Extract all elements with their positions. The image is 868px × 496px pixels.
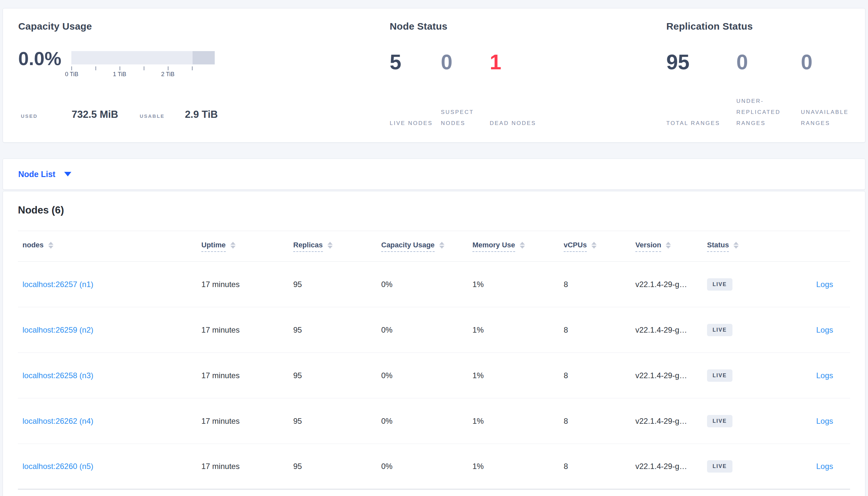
- logs-link[interactable]: Logs: [805, 371, 833, 380]
- uptime-cell: 17 minutes: [201, 462, 293, 471]
- nodes-section-title: Nodes (6): [18, 204, 850, 216]
- column-header-label: Memory Use: [473, 241, 515, 252]
- capacity-usage-section: Capacity Usage 0.0% 0 TiB 1 TiB: [18, 9, 218, 120]
- version-cell: v22.1.4-29-g…: [635, 417, 707, 426]
- capacity-usage-cell: 0%: [381, 371, 473, 380]
- tick-label-1: 1 TiB: [105, 71, 134, 78]
- column-header-nodes[interactable]: nodes: [18, 241, 201, 252]
- replicas-cell: 95: [293, 280, 381, 289]
- logs-link[interactable]: Logs: [805, 325, 833, 335]
- capacity-usage-cell: 0%: [381, 280, 473, 289]
- sort-icon[interactable]: [666, 242, 671, 249]
- memory-use-cell: 1%: [473, 325, 564, 335]
- table-row: localhost:26260 (n5)17 minutes950%1%8v22…: [18, 444, 850, 490]
- nodes-table-card: Nodes (6) nodesUptimeReplicasCapacity Us…: [3, 191, 865, 496]
- sort-icon[interactable]: [327, 242, 333, 249]
- stat-column: 0UNAVAILABLE RANGES: [801, 51, 861, 129]
- memory-use-cell: 1%: [473, 462, 564, 471]
- logs-cell: Logs: [805, 371, 850, 380]
- memory-use-cell: 1%: [473, 280, 564, 289]
- column-header-label: nodes: [23, 241, 44, 252]
- usable-value: 2.9 TiB: [185, 109, 218, 120]
- version-cell: v22.1.4-29-g…: [635, 462, 707, 471]
- column-header-capacity-usage[interactable]: Capacity Usage: [381, 241, 473, 252]
- stat-column: 5LIVE NODES: [390, 51, 441, 129]
- node-link[interactable]: localhost:26260 (n5): [23, 462, 201, 471]
- logs-cell: Logs: [805, 462, 850, 471]
- stat-label: LIVE NODES: [390, 118, 441, 129]
- node-link[interactable]: localhost:26259 (n2): [23, 325, 201, 335]
- status-badge: LIVE: [707, 324, 732, 336]
- stat-column: 1DEAD NODES: [490, 51, 545, 129]
- logs-link[interactable]: Logs: [805, 280, 833, 289]
- status-badge: LIVE: [707, 415, 732, 427]
- status-cell: LIVE: [707, 369, 805, 382]
- node-list-dropdown-label: Node List: [18, 170, 55, 179]
- sort-icon[interactable]: [520, 242, 525, 249]
- replicas-cell: 95: [293, 462, 381, 471]
- node-link[interactable]: localhost:26257 (n1): [23, 280, 201, 289]
- node-status-stats: 5LIVE NODES0SUSPECT NODES1DEAD NODES: [390, 51, 545, 129]
- logs-cell: Logs: [805, 280, 850, 289]
- column-header-uptime[interactable]: Uptime: [201, 241, 293, 252]
- stat-label: SUSPECT NODES: [441, 107, 490, 129]
- capacity-usage-cell: 0%: [381, 417, 473, 426]
- nodes-table-body: localhost:26257 (n1)17 minutes950%1%8v22…: [18, 262, 850, 490]
- column-header-label: Replicas: [293, 241, 323, 252]
- column-header-label: Status: [707, 241, 729, 252]
- capacity-usage-title: Capacity Usage: [18, 21, 218, 32]
- vcpus-cell: 8: [564, 325, 635, 335]
- version-cell: v22.1.4-29-g…: [635, 325, 707, 335]
- stat-label: UNAVAILABLE RANGES: [801, 107, 861, 129]
- column-header-status[interactable]: Status: [707, 241, 805, 252]
- sort-icon[interactable]: [592, 242, 597, 249]
- replication-status-stats: 95TOTAL RANGES0UNDER-REPLICATED RANGES0U…: [666, 51, 861, 129]
- vcpus-cell: 8: [564, 417, 635, 426]
- vcpus-cell: 8: [564, 462, 635, 471]
- stat-label: UNDER-REPLICATED RANGES: [736, 96, 801, 129]
- node-status-section: Node Status 5LIVE NODES0SUSPECT NODES1DE…: [390, 9, 545, 129]
- sort-icon[interactable]: [733, 242, 739, 249]
- usable-label: USABLE: [140, 113, 165, 119]
- replicas-cell: 95: [293, 325, 381, 335]
- chevron-down-icon: [64, 172, 71, 176]
- logs-link[interactable]: Logs: [805, 462, 833, 471]
- column-header-version[interactable]: Version: [635, 241, 707, 252]
- capacity-usage-cell: 0%: [381, 462, 473, 471]
- sort-icon[interactable]: [230, 242, 236, 249]
- node-cell: localhost:26262 (n4): [18, 417, 201, 426]
- column-header-memory-use[interactable]: Memory Use: [473, 241, 564, 252]
- memory-use-cell: 1%: [473, 417, 564, 426]
- used-label: USED: [21, 113, 38, 119]
- stat-column: 0SUSPECT NODES: [441, 51, 490, 129]
- node-cell: localhost:26257 (n1): [18, 280, 201, 289]
- replication-status-title: Replication Status: [666, 21, 861, 32]
- uptime-cell: 17 minutes: [201, 325, 293, 335]
- logs-link[interactable]: Logs: [805, 417, 833, 426]
- status-badge: LIVE: [707, 369, 732, 382]
- status-badge: LIVE: [707, 460, 732, 472]
- column-header-vcpus[interactable]: vCPUs: [564, 241, 635, 252]
- column-header-replicas[interactable]: Replicas: [293, 241, 381, 252]
- node-cell: localhost:26259 (n2): [18, 325, 201, 335]
- node-link[interactable]: localhost:26258 (n3): [23, 371, 201, 380]
- replication-status-section: Replication Status 95TOTAL RANGES0UNDER-…: [666, 9, 861, 129]
- logs-cell: Logs: [805, 325, 850, 335]
- table-row: localhost:26258 (n3)17 minutes950%1%8v22…: [18, 353, 850, 398]
- column-header-label: Capacity Usage: [381, 241, 435, 252]
- capacity-gauge: 0 TiB 1 TiB 2 TiB: [71, 51, 215, 79]
- tick-label-2: 2 TiB: [153, 71, 182, 78]
- stat-value: 5: [390, 51, 441, 74]
- node-list-dropdown[interactable]: Node List: [18, 170, 71, 179]
- stat-value: 95: [666, 51, 736, 74]
- sort-icon[interactable]: [48, 242, 54, 249]
- node-cell: localhost:26258 (n3): [18, 371, 201, 380]
- version-cell: v22.1.4-29-g…: [635, 371, 707, 380]
- stat-value: 0: [736, 51, 801, 74]
- capacity-gauge-bar: [71, 51, 215, 64]
- tick-label-0: 0 TiB: [57, 71, 86, 78]
- node-cell: localhost:26260 (n5): [18, 462, 201, 471]
- sort-icon[interactable]: [439, 242, 445, 249]
- status-badge: LIVE: [707, 278, 732, 291]
- node-link[interactable]: localhost:26262 (n4): [23, 417, 201, 426]
